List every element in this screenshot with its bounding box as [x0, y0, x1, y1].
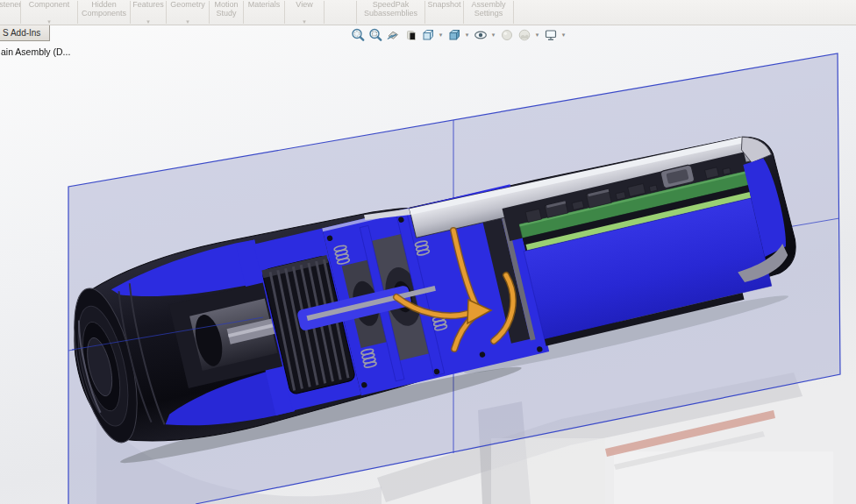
view-orientation-dropdown[interactable]: ▾	[438, 32, 444, 39]
hide-show-items-icon[interactable]	[473, 28, 488, 43]
heads-up-view-toolbar: ▾ ▾ ▾ ▾ ▾	[350, 26, 567, 44]
view-orientation-icon[interactable]	[420, 28, 435, 43]
cmd-component-button[interactable]: Component▾	[21, 0, 77, 25]
display-style-icon[interactable]	[446, 28, 461, 43]
cmd-assembly-settings-button[interactable]: Assembly Settings	[464, 0, 513, 25]
cmd-fasteners-button[interactable]: asteners	[0, 0, 20, 25]
zoom-to-fit-icon[interactable]	[350, 28, 365, 43]
chevron-down-icon[interactable]: ▾	[146, 18, 150, 25]
tab-solidworks-add-ins[interactable]: S Add-Ins	[0, 25, 50, 41]
hide-show-items-dropdown[interactable]: ▾	[490, 32, 496, 39]
chevron-down-icon[interactable]: ▾	[186, 18, 189, 25]
toolbar-spacer	[325, 0, 356, 25]
toolbar-separator	[513, 1, 514, 24]
cmd-snapshot-button[interactable]: Snapshot	[425, 0, 463, 25]
graphics-area[interactable]	[0, 0, 856, 504]
cmd-hidden-components-button[interactable]: Hidden Components	[78, 0, 130, 25]
zoom-to-area-icon[interactable]	[367, 28, 382, 43]
edit-appearance-icon[interactable]	[499, 28, 514, 43]
cmd-view-button[interactable]: View▾	[285, 0, 324, 25]
cmd-features-button[interactable]: Features▾	[131, 0, 166, 25]
cmd-geometry-button[interactable]: Geometry▾	[167, 0, 209, 25]
command-manager-toolbar: asteners Component▾ Hidden Components Fe…	[0, 0, 856, 25]
chevron-down-icon[interactable]: ▾	[303, 18, 306, 25]
view-settings-dropdown[interactable]: ▾	[560, 32, 567, 39]
apply-scene-dropdown[interactable]: ▾	[534, 32, 540, 39]
apply-scene-icon[interactable]	[517, 28, 531, 43]
section-view-icon[interactable]	[385, 28, 400, 43]
feature-tree-root-item[interactable]: ain Asembly (D...	[1, 46, 70, 57]
cmd-speedpak-subassemblies-button[interactable]: SpeedPak Subassemblies	[357, 0, 424, 25]
cmd-motion-study-button[interactable]: Motion Study	[210, 0, 243, 25]
solidworks-window: asteners Component▾ Hidden Components Fe…	[0, 0, 856, 504]
view-settings-icon[interactable]	[543, 28, 558, 43]
display-style-dropdown[interactable]: ▾	[464, 32, 470, 39]
previous-view-icon[interactable]	[403, 28, 417, 43]
cmd-materials-button[interactable]: Materials	[244, 0, 284, 25]
chevron-down-icon[interactable]: ▾	[47, 18, 51, 25]
